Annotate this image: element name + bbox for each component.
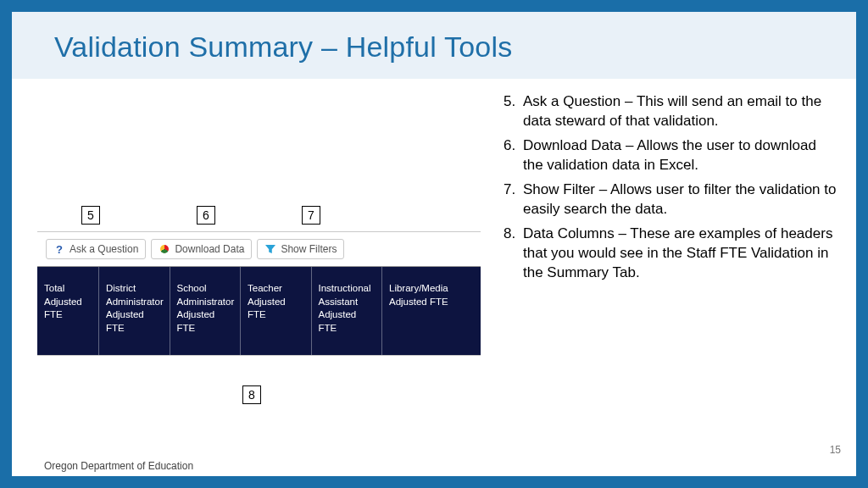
ask-question-button[interactable]: ? Ask a Question	[46, 239, 146, 259]
content-area: 5 6 7 ? Ask a Question Download Data	[12, 79, 856, 356]
column-header: Library/Media Adjusted FTE	[381, 267, 481, 355]
footer-org: Oregon Department of Education	[44, 460, 193, 472]
column-header: District Administrator Adjusted FTE	[98, 267, 170, 355]
slide-frame: Validation Summary – Helpful Tools 5 6 7…	[0, 0, 868, 488]
download-icon	[159, 243, 170, 255]
list-item: Download Data – Allows the user to downl…	[520, 136, 837, 175]
callout-6: 6	[197, 206, 215, 225]
page-title: Validation Summary – Helpful Tools	[54, 30, 856, 64]
title-band: Validation Summary – Helpful Tools	[12, 12, 856, 79]
callout-7: 7	[302, 206, 320, 225]
list-item: Show Filter – Allows user to filter the …	[520, 180, 837, 219]
toolbar: ? Ask a Question Download Data Show Filt…	[37, 232, 481, 266]
desc-lead: Download Data –	[523, 137, 637, 153]
show-filters-button[interactable]: Show Filters	[257, 239, 344, 259]
list-item: Ask a Question – This will send an email…	[520, 92, 837, 131]
desc-lead: Data Columns –	[523, 225, 630, 241]
description-panel: Ask a Question – This will send an email…	[489, 89, 837, 356]
column-header: Teacher Adjusted FTE	[240, 267, 311, 355]
column-header: Instructional Assistant Adjusted FTE	[311, 267, 382, 355]
column-header: Total Adjusted FTE	[37, 267, 98, 355]
download-data-button[interactable]: Download Data	[151, 239, 252, 259]
ask-question-label: Ask a Question	[70, 244, 138, 254]
screenshot-panel: 5 6 7 ? Ask a Question Download Data	[37, 89, 481, 356]
validation-tool-window: ? Ask a Question Download Data Show Filt…	[37, 231, 481, 356]
callout-8: 8	[242, 385, 261, 404]
page-number: 15	[830, 444, 841, 456]
column-header: School Administrator Adjusted FTE	[170, 267, 241, 355]
column-header-row: Total Adjusted FTE District Administrato…	[37, 266, 481, 355]
callout-5: 5	[81, 206, 100, 225]
description-list: Ask a Question – This will send an email…	[489, 92, 837, 282]
help-icon: ?	[53, 243, 65, 255]
desc-lead: Ask a Question –	[523, 93, 637, 109]
filter-icon	[264, 243, 276, 255]
list-item: Data Columns – These are examples of hea…	[520, 225, 837, 283]
desc-lead: Show Filter –	[523, 181, 610, 197]
show-filters-label: Show Filters	[281, 244, 337, 254]
download-data-label: Download Data	[175, 244, 244, 254]
